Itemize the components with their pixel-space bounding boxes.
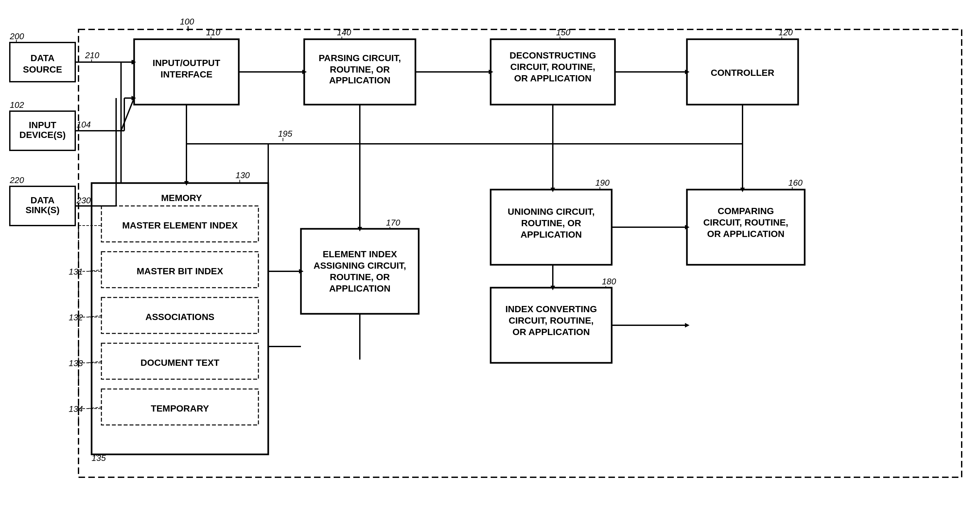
data-source-label: DATA bbox=[30, 53, 55, 63]
associations-label: ASSOCIATIONS bbox=[145, 312, 214, 322]
decon-label2: CIRCUIT, ROUTINE, bbox=[510, 62, 595, 72]
data-source-label2: SOURCE bbox=[23, 64, 62, 75]
data-sink-label: DATA bbox=[30, 195, 55, 205]
input-device-label2: DEVICE(S) bbox=[19, 130, 66, 140]
decon-label3: OR APPLICATION bbox=[514, 73, 592, 83]
element-index-label2: ASSIGNING CIRCUIT, bbox=[313, 260, 406, 271]
comparing-label2: CIRCUIT, ROUTINE, bbox=[703, 218, 788, 227]
ref-180: 180 bbox=[602, 276, 616, 286]
element-index-label3: ROUTINE, OR bbox=[330, 272, 390, 282]
ref-135: 135 bbox=[92, 453, 106, 463]
ref-120: 120 bbox=[778, 27, 793, 37]
io-interface-label2: INTERFACE bbox=[161, 69, 213, 79]
ref-110: 110 bbox=[206, 27, 221, 37]
memory-label: MEMORY bbox=[161, 193, 202, 203]
ref-100: 100 bbox=[180, 17, 194, 27]
data-sink-label2: SINK(S) bbox=[25, 205, 59, 215]
temporary-label: TEMPORARY bbox=[151, 403, 209, 413]
index-conv-label3: OR APPLICATION bbox=[512, 327, 590, 337]
ref-140: 140 bbox=[337, 27, 351, 37]
diagram-container: 100 DATA SOURCE 200 INPUT DEVICE(S) 102 … bbox=[0, 0, 980, 524]
svg-rect-55 bbox=[301, 229, 419, 314]
ref-190: 190 bbox=[595, 178, 610, 187]
ref-102: 102 bbox=[10, 100, 24, 110]
master-bit-index-label: MASTER BIT INDEX bbox=[137, 266, 223, 276]
index-conv-label2: CIRCUIT, ROUTINE, bbox=[509, 316, 594, 326]
unioning-label1: UNIONING CIRCUIT, bbox=[508, 206, 595, 217]
parsing-label1: PARSING CIRCUIT, bbox=[318, 53, 401, 63]
ref-200: 200 bbox=[10, 32, 24, 41]
element-index-label1: ELEMENT INDEX bbox=[323, 249, 397, 259]
parsing-label3: APPLICATION bbox=[329, 75, 391, 85]
ref-170: 170 bbox=[386, 218, 400, 227]
ref-104: 104 bbox=[76, 120, 91, 129]
unioning-label2: ROUTINE, OR bbox=[521, 218, 581, 228]
ref-160: 160 bbox=[788, 178, 803, 187]
io-interface-label1: INPUT/OUTPUT bbox=[153, 58, 221, 68]
document-text-label: DOCUMENT TEXT bbox=[140, 357, 219, 368]
comparing-label1: COMPARING bbox=[718, 206, 774, 216]
controller-label: CONTROLLER bbox=[711, 68, 774, 78]
ref-130: 130 bbox=[235, 170, 250, 180]
master-element-index-label: MASTER ELEMENT INDEX bbox=[122, 220, 237, 230]
ref-230: 230 bbox=[76, 195, 91, 205]
decon-label1: DECONSTRUCTING bbox=[510, 50, 596, 60]
ref-220: 220 bbox=[10, 175, 24, 185]
unioning-label3: APPLICATION bbox=[520, 229, 582, 240]
ref-195: 195 bbox=[278, 129, 293, 138]
element-index-label4: APPLICATION bbox=[329, 283, 391, 294]
comparing-label3: OR APPLICATION bbox=[707, 229, 784, 239]
parsing-label2: ROUTINE, OR bbox=[330, 64, 390, 75]
ref-210: 210 bbox=[85, 50, 99, 60]
input-device-label: INPUT bbox=[29, 120, 56, 130]
ref-150: 150 bbox=[556, 27, 571, 37]
index-conv-label1: INDEX CONVERTING bbox=[505, 304, 597, 314]
